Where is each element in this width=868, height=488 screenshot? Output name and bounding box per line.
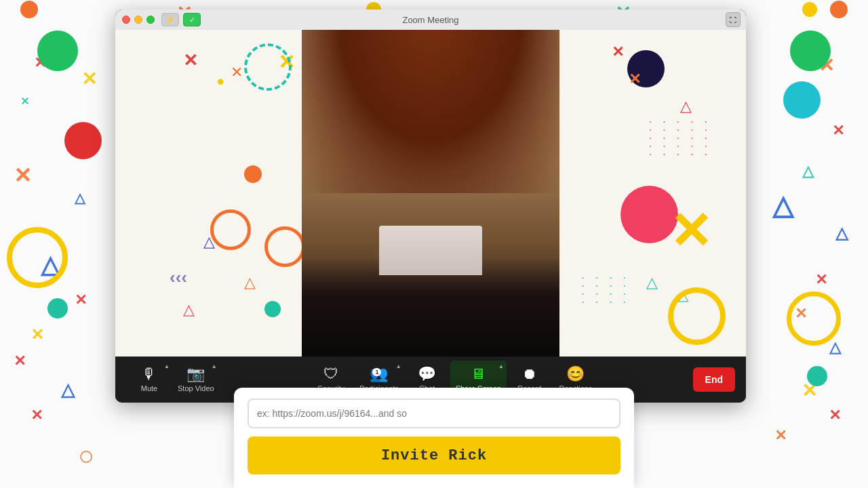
mute-label: Mute [141,384,157,392]
deco-shape: △ [75,190,85,206]
vbg-circle [668,287,726,345]
tb-icon-btn-green[interactable]: ✓ [183,13,201,26]
person-face [302,30,559,357]
share-chevron[interactable]: ▲ [498,363,504,369]
traffic-lights [122,16,155,24]
vbg-circle [210,209,251,250]
deco-circle [787,291,841,346]
deco-circle [7,227,68,288]
deco-circle [790,30,831,71]
deco-circle [807,366,827,386]
vbg-x: ✕ [612,43,624,61]
deco-shape: ✕ [774,427,787,445]
close-button[interactable] [122,16,130,24]
hair [302,30,559,193]
deco-circle [20,1,38,18]
deco-shape: ✕ [815,271,827,289]
vbg-dots: • • • • •• • • • •• • • • •• • • • •• • … [650,118,712,159]
maximize-button[interactable] [146,16,155,24]
video-icon: 📷 [186,367,205,382]
participant-video [302,30,559,357]
invite-section: Invite Rick [234,388,634,488]
vbg-dot: • [217,70,224,94]
deco-shape: △ [829,339,841,357]
vbg-shape: △ [183,301,195,319]
vbg-circle [244,43,292,91]
security-icon: 🛡 [323,367,338,382]
deco-shape: △ [772,190,793,221]
deco-circle [64,122,102,159]
zoom-window: ⚡ ✓ Zoom Meeting ⛶ ✕ ✕ ✕ • • • ✕ ✕ [115,9,746,403]
tb-icon-btn[interactable]: ⚡ [161,13,179,26]
end-button[interactable]: End [693,367,735,392]
deco-circle [802,2,817,17]
vbg-circle [244,165,262,183]
deco-shape: ✕ [31,407,43,424]
deco-shape: ✕ [14,163,32,188]
minimize-button[interactable] [134,16,142,24]
deco-shape: △ [802,163,814,180]
deco-shape: ✕ [829,407,841,424]
record-icon: ⏺ [522,367,537,382]
stop-video-button[interactable]: ▲ 📷 Stop Video [172,361,220,399]
vbg-shape: ‹‹‹ [170,267,187,288]
deco-circle [830,1,848,18]
participants-icon-wrapper: 👥 1 [370,367,388,382]
deco-shape: ○ [78,441,94,471]
deco-shape: ✕ [31,325,44,344]
deco-circle [37,30,78,71]
vbg-circle [264,226,305,267]
deco-shape: ✕ [14,352,26,370]
deco-shape: ✕ [20,95,29,108]
video-area: ✕ ✕ ✕ • • • ✕ ✕ △ • • • • •• • • • •• • … [115,30,746,357]
share-screen-icon: 🖥 [471,367,486,382]
chat-icon: 💬 [418,367,436,382]
participants-chevron[interactable]: ▲ [396,363,401,369]
deco-shape: ✕ [832,122,844,140]
fullscreen-button[interactable]: ⛶ [726,12,741,27]
mute-chevron[interactable]: ▲ [164,363,170,369]
vbg-x: ✕ [231,64,243,81]
invite-button[interactable]: Invite Rick [248,436,620,474]
reactions-icon: 😊 [566,367,585,382]
vbg-shape: △ [646,274,658,291]
deco-shape: ✕ [81,68,97,90]
mute-button[interactable]: ▲ 🎙 Mute [126,361,172,399]
window-title: Zoom Meeting [402,15,458,25]
vbg-circle [264,301,281,317]
vbg-x: ✕ [629,70,641,88]
vbg-shape: △ [203,233,215,251]
deco-circle [783,81,821,119]
video-chevron[interactable]: ▲ [212,363,217,369]
vbg-yellow-x: ✕ [669,206,712,257]
title-bar-controls: ⚡ ✓ [161,13,201,26]
vbg-x: ✕ [183,50,198,71]
vbg-dots: • • • •• • • •• • • •• • • • [582,274,631,306]
invite-input[interactable] [248,399,620,428]
deco-circle [47,298,68,319]
deco-shape: ✕ [75,291,87,309]
stop-video-label: Stop Video [178,384,214,392]
microphone-icon: 🎙 [142,367,157,382]
title-bar: ⚡ ✓ Zoom Meeting ⛶ [115,9,746,30]
shirt [379,226,482,274]
vbg-shape: △ [680,98,692,115]
deco-shape: △ [61,380,75,401]
vbg-shape: △ [244,274,256,291]
deco-shape: △ [835,224,848,243]
